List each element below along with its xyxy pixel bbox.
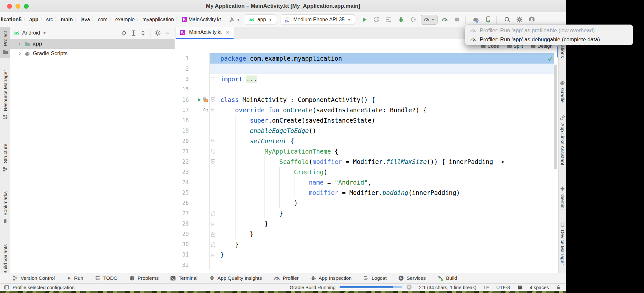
breadcrumb-separator: 〉 <box>23 17 28 23</box>
cancel-build-icon[interactable] <box>406 284 412 290</box>
kotlin-file-icon: K <box>180 30 185 35</box>
title-bar: My Application – MainActivity.kt [My_App… <box>0 0 566 12</box>
panel-divider <box>150 29 150 37</box>
minimize-icon[interactable] <box>163 29 171 37</box>
build-hammer-icon[interactable] <box>227 15 236 25</box>
sidebar-item-resource-manager[interactable]: Resource Manager <box>0 66 10 123</box>
breadcrumb-item-src[interactable]: src <box>46 17 53 23</box>
sidebar-item-structure[interactable]: Structure <box>0 140 10 175</box>
breadcrumb-item-example[interactable]: example <box>115 17 135 23</box>
fold-marker-icon[interactable] <box>211 159 215 165</box>
breadcrumb-item-lication5[interactable]: lication5 <box>1 17 22 23</box>
breadcrumb-item-main[interactable]: main <box>61 17 73 23</box>
inspections-ok-icon[interactable] <box>547 56 553 62</box>
popup-item-profiler-profileable[interactable]: Profiler: Run 'app' as profileable (low … <box>465 26 633 35</box>
tab-mainactivity[interactable]: K MainActivity.kt ✕ <box>176 27 234 39</box>
sidebar-item-device-manager[interactable]: Device Manager <box>559 221 566 265</box>
apply-changes-button[interactable]: A <box>372 15 381 25</box>
toolwindow-run[interactable]: Run <box>66 275 83 281</box>
sidebar-item-project[interactable]: Project <box>0 27 10 58</box>
sidebar-item-gradle[interactable]: Gradle <box>559 80 566 103</box>
compose-icon[interactable]: <> <box>202 97 208 103</box>
debug-button[interactable] <box>396 15 406 25</box>
run-button[interactable] <box>360 15 369 25</box>
stop-button[interactable] <box>452 15 462 25</box>
code-line-24: 24 name = "Android", <box>175 177 554 187</box>
chevron-right-icon[interactable] <box>17 51 22 56</box>
fold-marker-icon[interactable] <box>211 231 215 237</box>
code-viewport[interactable]: 1package com.example.myapplication23impo… <box>175 39 554 273</box>
sidebar-label: Device Manager <box>560 230 565 265</box>
chevron-down-icon[interactable]: ▼ <box>236 17 240 22</box>
search-everywhere-button[interactable] <box>503 15 512 25</box>
editor-area[interactable]: K MainActivity.kt ✕ CodeSplitDesign 1pac… <box>175 27 558 273</box>
breadcrumb-separator: 〉 <box>136 17 141 23</box>
fold-marker-icon[interactable] <box>211 211 215 216</box>
apply-code-changes-button[interactable] <box>384 15 394 25</box>
sidebar-item-app-links-assistant[interactable]: App Links Assistant <box>559 115 566 165</box>
toolwindow-build[interactable]: Build <box>437 275 457 281</box>
fold-marker-icon[interactable] <box>211 221 215 227</box>
caret-position-widget[interactable]: 2:1 (34 chars, 1 line break) <box>419 285 476 290</box>
device-icon <box>284 16 291 23</box>
todo-icon <box>95 275 101 281</box>
toolwindow-terminal[interactable]: Terminal <box>170 275 197 281</box>
chevron-down-icon[interactable]: ▼ <box>43 31 46 35</box>
toolwindow-app-inspection[interactable]: App Inspection <box>310 275 352 281</box>
fold-marker-icon[interactable] <box>211 97 215 103</box>
profile-low-overhead-button[interactable] <box>440 15 450 25</box>
fold-marker-icon[interactable] <box>211 138 215 144</box>
fold-marker-icon[interactable] <box>211 149 215 154</box>
popup-item-profiler-debuggable[interactable]: Profiler: Run 'app' as debuggable (compl… <box>465 35 633 44</box>
breadcrumb-item-com[interactable]: com <box>98 17 107 23</box>
run-line-icon[interactable] <box>197 98 201 102</box>
toolwindow-logcat[interactable]: Logcat <box>363 275 387 281</box>
fold-marker-icon[interactable] <box>211 107 215 113</box>
collapse-all-icon[interactable] <box>139 29 147 37</box>
breadcrumb-item-app[interactable]: app <box>29 17 38 23</box>
gradle-sync-button[interactable] <box>471 15 481 25</box>
expand-all-icon[interactable] <box>129 29 138 37</box>
indent-widget[interactable]: 4 spaces <box>530 285 549 290</box>
toolwindow-todo[interactable]: TODO <box>95 275 118 281</box>
close-tab-icon[interactable]: ✕ <box>226 29 230 35</box>
toolwindow-problems[interactable]: Problems <box>129 275 159 281</box>
toolbar-divider <box>465 16 466 24</box>
code-line-30: 30 } <box>175 239 554 249</box>
project-view-selector[interactable]: Android <box>22 30 40 36</box>
breadcrumb-item-myapplication[interactable]: myapplication <box>142 17 174 23</box>
window-layout-icon[interactable] <box>4 285 9 290</box>
gear-icon[interactable] <box>153 29 162 37</box>
locate-icon[interactable] <box>120 29 128 37</box>
fold-marker-icon[interactable] <box>211 252 215 258</box>
sidebar-item-gemini[interactable]: Gemini <box>559 186 566 210</box>
sidebar-item-bookmarks[interactable]: Bookmarks <box>0 187 10 227</box>
chevron-right-icon[interactable] <box>17 42 22 46</box>
breadcrumb-item-java[interactable]: java <box>81 17 90 23</box>
fold-marker-icon[interactable] <box>211 242 215 247</box>
override-icon[interactable]: O <box>203 107 208 113</box>
code-line-31: 31} <box>175 249 554 260</box>
breadcrumb: lication5〉app〉src〉main〉java〉com〉example〉… <box>1 17 221 23</box>
device-manager-button[interactable] <box>484 15 493 25</box>
lock-icon[interactable] <box>556 284 561 290</box>
toolwindow-services[interactable]: Services <box>398 275 426 281</box>
run-configuration-select[interactable]: app ▼ <box>245 14 276 25</box>
editor-scrollbar[interactable] <box>554 65 557 169</box>
encoding-widget[interactable]: UTF-8 <box>496 285 510 290</box>
account-button[interactable] <box>527 15 537 25</box>
breadcrumb-item-mainactivity-kt[interactable]: KMainActivity.kt <box>182 17 221 23</box>
device-select[interactable]: Medium Phone API 35 ▼ <box>281 14 355 25</box>
attach-profiler-button[interactable] <box>409 15 418 25</box>
toolwindow-version-control[interactable]: Version Control <box>12 275 55 281</box>
line-ending-widget[interactable]: LF <box>484 285 489 290</box>
fold-marker-icon[interactable] <box>211 77 215 81</box>
sidebar-label: Build Variants <box>3 244 8 274</box>
tree-item-app[interactable]: app <box>10 39 175 49</box>
toolwindow-label: Services <box>407 275 426 281</box>
toolwindow-profiler[interactable]: Profiler <box>274 275 299 282</box>
tree-item-gradle-scripts[interactable]: Gradle Scripts <box>10 49 175 58</box>
toolwindow-app-quality-insights[interactable]: App Quality Insights <box>209 275 262 281</box>
settings-button[interactable] <box>515 15 524 25</box>
profiler-button[interactable]: ▼ <box>421 15 437 25</box>
